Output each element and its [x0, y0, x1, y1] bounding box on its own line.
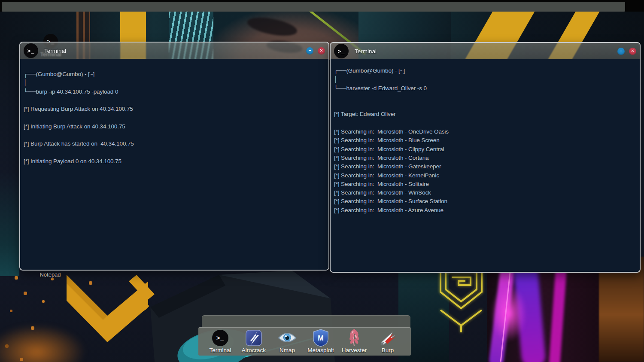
terminal-line [24, 96, 324, 105]
terminal-line: [*] Searching in: Microsloth - WinSock [334, 189, 635, 197]
dock-item-label: Terminal [209, 347, 231, 353]
terminal-line: [*] Searching in: Microsloth - Clippy Ce… [334, 145, 635, 154]
terminal-line: ┌──(Gumbo@Gumbo) - [~] [24, 70, 324, 79]
dock-item-metasploit[interactable]: M Metasploit [304, 328, 337, 353]
terminal-window-harvester: >_ Terminal – ✕ ┌──(Gumbo@Gumbo) - [~]│└… [330, 42, 641, 273]
terminal-line: [*] Requesting Burp Attack on 40.34.100.… [24, 105, 324, 113]
terminal-line [24, 149, 324, 157]
terminal-line: [*] Searching in: Microsloth - Solitaire [334, 180, 635, 189]
airocrack-icon [246, 329, 262, 347]
terminal-line [24, 113, 324, 122]
terminal-window-burp: >_ Terminal – ✕ ┌──(Gumbo@Gumbo) - [~]│└… [19, 42, 329, 271]
minimize-button[interactable]: – [306, 47, 313, 55]
harvester-icon [347, 329, 361, 347]
dock-item-label: Nmap [279, 347, 295, 353]
terminal-line: [*] Searching in: Microsloth - Gateskeep… [334, 162, 635, 171]
window-title: Terminal [44, 48, 66, 54]
terminal-line: [*] Initiating Burp Attack on 40.34.100.… [24, 122, 324, 131]
window-titlebar[interactable]: >_ Terminal – ✕ [20, 43, 328, 59]
dock-item-airocrack[interactable]: Airocrack [237, 328, 270, 353]
terminal-line: [*] Searching in: Microsloth - Cortana [334, 154, 635, 162]
dock-item-label: Burp [382, 347, 394, 353]
dock-handle[interactable] [202, 315, 410, 328]
terminal-icon: >_ [212, 330, 228, 346]
terminal-line: [*] Searching in: Microsloth - Blue Scre… [334, 136, 635, 145]
window-title: Terminal [355, 48, 377, 55]
terminal-line: [*] Burp Attack has started on 40.34.100… [24, 140, 324, 148]
terminal-line [334, 93, 635, 101]
dock-item-burp[interactable]: Burp [371, 328, 404, 353]
dock-item-nmap[interactable]: Nmap [270, 328, 304, 353]
top-panel [2, 2, 625, 12]
terminal-output[interactable]: ┌──(Gumbo@Gumbo) - [~]│└──burp -ip 40.34… [20, 59, 328, 270]
terminal-line: └──burp -ip 40.34.100.75 -payload 0 [24, 88, 324, 96]
terminal-line: │ [334, 75, 635, 84]
terminal-icon: >_ [334, 44, 349, 58]
terminal-line [24, 131, 324, 140]
wallpaper-shape [433, 265, 489, 333]
terminal-line: [*] Searching in: Microsloth - KernelPan… [334, 171, 635, 180]
desktop: >_ Terminal Notepad >_ Terminal – ✕ ┌──(… [0, 0, 644, 362]
terminal-line [334, 119, 635, 128]
wallpaper-shape [52, 268, 167, 362]
wallpaper-shape [487, 260, 602, 362]
terminal-line: ┌──(Gumbo@Gumbo) - [~] [334, 67, 635, 75]
terminal-line: [*] Searching in: Microsloth - Azure Ave… [334, 206, 635, 215]
terminal-line: [*] Searching in: Microsloth - Surface S… [334, 197, 635, 206]
dock-item-label: Metasploit [307, 347, 334, 353]
close-button[interactable]: ✕ [318, 47, 325, 55]
nmap-icon [278, 329, 297, 347]
dock-item-label: Harvester [342, 347, 367, 353]
dock: >_ Terminal Airocrack [198, 327, 411, 356]
terminal-output[interactable]: ┌──(Gumbo@Gumbo) - [~]│└──harvester -d E… [331, 59, 640, 272]
dock-item-harvester[interactable]: Harvester [337, 328, 371, 353]
svg-text:M: M [318, 334, 323, 342]
wallpaper-shape [0, 172, 19, 276]
burp-icon [379, 329, 396, 347]
terminal-line: [*] Target: Edward Oliver [334, 110, 635, 119]
terminal-line: └──harvester -d Edward_Oliver -s 0 [334, 84, 635, 93]
terminal-line [334, 101, 635, 110]
minimize-button[interactable]: – [617, 48, 625, 55]
metasploit-icon: M [313, 329, 329, 347]
terminal-icon: >_ [24, 43, 38, 58]
terminal-line: │ [24, 79, 324, 87]
close-button[interactable]: ✕ [629, 48, 636, 55]
terminal-line: [*] Searching in: Microsloth - OneDrive … [334, 128, 635, 136]
dock-item-label: Airocrack [242, 347, 266, 353]
terminal-line: [*] Initiating Payload 0 on 40.34.100.75 [24, 157, 324, 166]
desktop-icon-label: Notepad [34, 271, 67, 278]
dock-item-terminal[interactable]: >_ Terminal [204, 328, 237, 353]
window-titlebar[interactable]: >_ Terminal – ✕ [331, 43, 640, 59]
